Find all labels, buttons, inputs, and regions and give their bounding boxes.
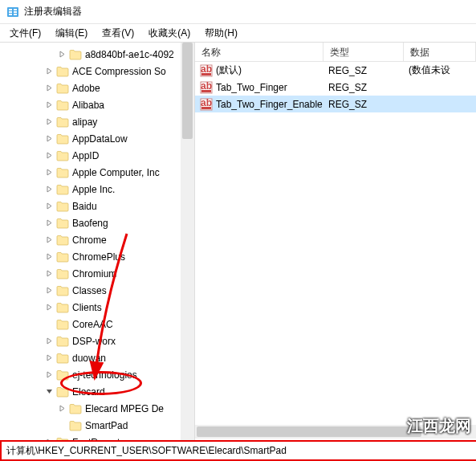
- scrollbar-thumb[interactable]: [182, 43, 193, 139]
- tree-item[interactable]: Elecard: [0, 383, 194, 400]
- expander-icon[interactable]: [43, 133, 55, 145]
- menu-edit[interactable]: 编辑(E): [49, 25, 94, 42]
- tree-view[interactable]: a8d840bf-ae1c-4092ACE Compression SoAdob…: [0, 43, 194, 440]
- expander-icon[interactable]: [43, 201, 55, 212]
- tree-item-label: a8d840bf-ae1c-4092: [85, 49, 174, 60]
- column-header-data[interactable]: 数据: [404, 43, 476, 61]
- tree-item-label: Adobe: [72, 83, 100, 94]
- tree-item-label: duowan: [72, 353, 106, 364]
- tree-item[interactable]: ACE Compression So: [0, 63, 194, 80]
- menu-file[interactable]: 文件(F): [3, 25, 47, 42]
- svg-rect-3: [9, 14, 12, 15]
- window-title: 注册表编辑器: [24, 5, 82, 18]
- expander-icon[interactable]: [43, 369, 55, 381]
- tree-item[interactable]: Classes: [0, 282, 194, 299]
- column-header-type[interactable]: 类型: [323, 43, 404, 61]
- tree-item[interactable]: AppDataLow: [0, 130, 194, 147]
- tree-item[interactable]: ej-technologies: [0, 366, 194, 383]
- cell-type: REG_SZ: [323, 80, 404, 95]
- expander-icon[interactable]: [56, 403, 67, 414]
- folder-icon: [56, 201, 69, 212]
- list-view[interactable]: ab(默认)REG_SZ(数值未设abTab_Two_FingerREG_SZa…: [195, 62, 476, 112]
- folder-icon: [56, 285, 69, 296]
- expander-icon[interactable]: [56, 420, 67, 431]
- menu-favorites[interactable]: 收藏夹(A): [142, 25, 197, 42]
- tree-item[interactable]: Baidu: [0, 198, 194, 214]
- tree-item[interactable]: Alibaba: [0, 96, 194, 113]
- tree-scrollbar-vertical[interactable]: [181, 43, 194, 440]
- expander-icon[interactable]: [43, 150, 55, 161]
- folder-icon: [56, 353, 69, 364]
- tree-item[interactable]: AppID: [0, 147, 194, 164]
- tree-item-label: Alibaba: [72, 100, 104, 111]
- reg-string-icon: ab: [200, 98, 213, 111]
- tree-item[interactable]: Apple Computer, Inc: [0, 164, 194, 181]
- folder-icon: [56, 369, 69, 381]
- expander-icon[interactable]: [56, 49, 67, 60]
- expander-icon[interactable]: [43, 235, 55, 246]
- tree-item-label: alipay: [72, 116, 97, 128]
- expander-icon[interactable]: [43, 251, 55, 263]
- tree-item[interactable]: Baofeng: [0, 214, 194, 231]
- tree-item[interactable]: Chrome: [0, 231, 194, 248]
- column-header-name[interactable]: 名称: [195, 43, 323, 61]
- tree-item[interactable]: Chromium: [0, 265, 194, 282]
- expander-icon[interactable]: [43, 116, 55, 128]
- tree-item[interactable]: Clients: [0, 299, 194, 316]
- svg-rect-5: [14, 11, 17, 13]
- cell-data: [404, 86, 476, 89]
- tree-item[interactable]: a8d840bf-ae1c-4092: [0, 46, 194, 63]
- menu-view[interactable]: 查看(V): [96, 25, 140, 42]
- expander-icon[interactable]: [43, 386, 55, 398]
- tree-item[interactable]: Adobe: [0, 80, 194, 96]
- folder-icon: [56, 184, 69, 195]
- tree-item-label: SmartPad: [85, 420, 128, 431]
- tree-item[interactable]: duowan: [0, 349, 194, 366]
- scrollbar-thumb[interactable]: [197, 426, 421, 437]
- tree-item[interactable]: CoreAAC: [0, 316, 194, 332]
- tree-item[interactable]: DSP-worx: [0, 332, 194, 349]
- cell-data: (数值未设: [404, 62, 476, 79]
- folder-icon: [56, 336, 69, 347]
- tree-item-label: Baidu: [72, 201, 97, 212]
- folder-icon: [69, 403, 82, 414]
- cell-type: REG_SZ: [323, 63, 404, 78]
- expander-icon[interactable]: [43, 100, 55, 111]
- list-panel: 名称 类型 数据 ab(默认)REG_SZ(数值未设abTab_Two_Fing…: [195, 43, 476, 440]
- tree-item[interactable]: ChromePlus: [0, 248, 194, 265]
- svg-rect-12: [201, 90, 211, 92]
- cell-data: [404, 103, 476, 106]
- expander-icon[interactable]: [43, 167, 55, 178]
- expander-icon[interactable]: [43, 218, 55, 229]
- expander-icon[interactable]: [43, 184, 55, 195]
- folder-icon: [56, 167, 69, 178]
- menu-help[interactable]: 帮助(H): [198, 25, 244, 42]
- tree-item-label: Baofeng: [72, 218, 108, 229]
- tree-item[interactable]: SmartPad: [0, 417, 194, 434]
- tree-item[interactable]: FastReport: [0, 434, 194, 440]
- list-row[interactable]: abTab_Two_Finger_EnableREG_SZ: [195, 96, 476, 112]
- cell-name: abTab_Two_Finger: [195, 80, 323, 96]
- expander-icon[interactable]: [43, 319, 55, 330]
- list-row[interactable]: abTab_Two_FingerREG_SZ: [195, 79, 476, 96]
- expander-icon[interactable]: [43, 285, 55, 296]
- expander-icon[interactable]: [43, 302, 55, 313]
- expander-icon[interactable]: [43, 268, 55, 279]
- list-row[interactable]: ab(默认)REG_SZ(数值未设: [195, 62, 476, 79]
- status-path: 计算机\HKEY_CURRENT_USER\SOFTWARE\Elecard\S…: [6, 444, 287, 458]
- expander-icon[interactable]: [43, 66, 55, 77]
- list-scrollbar-horizontal[interactable]: [195, 425, 476, 439]
- tree-item[interactable]: alipay: [0, 113, 194, 130]
- expander-icon[interactable]: [43, 83, 55, 94]
- cell-type: REG_SZ: [323, 97, 404, 112]
- menu-bar: 文件(F) 编辑(E) 查看(V) 收藏夹(A) 帮助(H): [0, 24, 476, 42]
- expander-icon[interactable]: [43, 336, 55, 347]
- svg-rect-9: [201, 73, 211, 75]
- regedit-icon: [6, 6, 19, 18]
- tree-item-label: Clients: [72, 302, 102, 313]
- folder-icon: [56, 235, 69, 246]
- tree-item[interactable]: Apple Inc.: [0, 181, 194, 198]
- tree-item[interactable]: Elecard MPEG De: [0, 400, 194, 417]
- expander-icon[interactable]: [43, 353, 55, 364]
- workspace: a8d840bf-ae1c-4092ACE Compression SoAdob…: [0, 42, 476, 440]
